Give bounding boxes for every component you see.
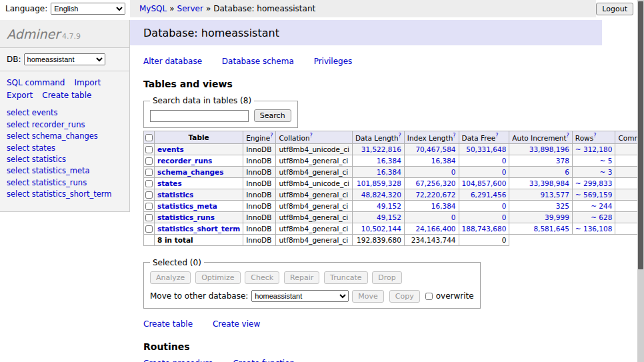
data-length-link[interactable]: 10,502,144 — [361, 225, 401, 233]
analyze-button[interactable]: Analyze — [150, 271, 191, 284]
column-help-link[interactable]: ? — [453, 133, 455, 139]
data-length-link[interactable]: 48,824,320 — [361, 191, 401, 199]
rows-count-link[interactable]: ~ 136,108 — [575, 225, 613, 233]
scrollbar-thumb[interactable] — [638, 1, 643, 269]
truncate-button[interactable]: Truncate — [324, 271, 367, 284]
rows-count-link[interactable]: ~ 569,159 — [575, 191, 613, 199]
sidebar-table-link-statistics-short-term[interactable]: select statistics_short_term — [7, 189, 111, 199]
index-length-link[interactable]: 0 — [451, 168, 456, 176]
auto-increment-link[interactable]: 378 — [556, 157, 569, 165]
index-length-link[interactable]: 16,384 — [431, 202, 456, 210]
data-length-link[interactable]: 16,384 — [377, 157, 401, 165]
column-help-link[interactable]: ? — [310, 133, 313, 139]
privileges-link[interactable]: Privileges — [314, 57, 353, 66]
column-help-link[interactable]: ? — [567, 133, 569, 139]
data-free-link[interactable]: 0 — [502, 202, 507, 210]
table-link[interactable]: events — [157, 145, 184, 153]
search-input[interactable] — [150, 110, 249, 122]
data-length-link[interactable]: 101,859,328 — [357, 179, 401, 187]
create-table-link[interactable]: Create table — [143, 319, 193, 329]
auto-increment-link[interactable]: 913,577 — [540, 191, 569, 199]
rows-count-link[interactable]: ~ 299,833 — [575, 179, 613, 187]
rows-count-link[interactable]: ~ 312,180 — [575, 145, 613, 153]
table-link[interactable]: states — [157, 179, 182, 187]
column-help-link[interactable]: ? — [399, 133, 401, 139]
sql-command-link[interactable]: SQL command — [7, 78, 65, 87]
auto-increment-link[interactable]: 33,898,196 — [529, 145, 569, 153]
index-length-link[interactable]: 16,384 — [431, 157, 456, 165]
repair-button[interactable]: Repair — [284, 271, 319, 284]
data-free-link[interactable]: 104,857,600 — [462, 179, 507, 187]
row-checkbox[interactable] — [145, 157, 153, 165]
data-length-link[interactable]: 49,152 — [377, 213, 401, 221]
logout-button[interactable]: Logout — [596, 3, 633, 15]
data-free-link[interactable]: 0 — [502, 168, 507, 176]
create-function-link[interactable]: Create function — [233, 359, 295, 362]
table-link[interactable]: schema_changes — [157, 168, 224, 176]
create-view-link[interactable]: Create view — [213, 319, 260, 329]
auto-increment-link[interactable]: 39,999 — [545, 213, 569, 221]
index-length-link[interactable]: 70,467,584 — [415, 145, 455, 153]
scrollbar[interactable] — [637, 0, 644, 362]
table-link[interactable]: recorder_runs — [157, 157, 212, 165]
rows-count-link[interactable]: ~ 5 — [600, 157, 613, 165]
create-table-sidebar-link[interactable]: Create table — [42, 91, 91, 100]
sidebar-table-link-statistics-meta[interactable]: select statistics_meta — [7, 166, 90, 175]
table-link[interactable]: statistics_meta — [157, 202, 217, 210]
database-schema-link[interactable]: Database schema — [222, 57, 294, 66]
data-length-link[interactable]: 31,522,816 — [361, 145, 401, 153]
column-help-link[interactable]: ? — [270, 133, 273, 139]
index-length-link[interactable]: 72,220,672 — [415, 191, 455, 199]
breadcrumb-server-link[interactable]: Server — [177, 4, 203, 13]
data-free-link[interactable]: 0 — [502, 157, 507, 165]
move-target-select[interactable]: homeassistant — [251, 290, 349, 302]
sidebar-table-link-statistics[interactable]: select statistics — [7, 155, 66, 164]
select-all-checkbox[interactable] — [145, 134, 153, 141]
data-length-link[interactable]: 49,152 — [377, 202, 401, 210]
auto-increment-link[interactable]: 325 — [556, 202, 569, 210]
column-help-link[interactable]: ? — [593, 133, 596, 139]
data-free-link[interactable]: 188,743,680 — [462, 225, 507, 233]
sidebar-table-link-statistics-runs[interactable]: select statistics_runs — [7, 178, 87, 187]
search-button[interactable]: Search — [254, 109, 291, 122]
auto-increment-link[interactable]: 8,581,645 — [533, 225, 569, 233]
optimize-button[interactable]: Optimize — [195, 271, 240, 284]
breadcrumb-mysql-link[interactable]: MySQL — [139, 4, 167, 13]
data-free-link[interactable]: 0 — [502, 213, 507, 221]
language-select[interactable]: English — [51, 3, 125, 15]
check-button[interactable]: Check — [245, 271, 279, 284]
alter-database-link[interactable]: Alter database — [143, 57, 202, 66]
drop-button[interactable]: Drop — [372, 271, 401, 284]
sidebar-table-link-states[interactable]: select states — [7, 143, 55, 153]
import-link[interactable]: Import — [74, 78, 101, 87]
db-select[interactable]: homeassistant — [24, 53, 105, 65]
table-link[interactable]: statistics_short_term — [157, 225, 240, 233]
index-length-link[interactable]: 24,166,400 — [415, 225, 455, 233]
index-length-link[interactable]: 0 — [451, 213, 456, 221]
auto-increment-link[interactable]: 6 — [565, 168, 569, 176]
data-free-link[interactable]: 6,291,456 — [471, 191, 506, 199]
rows-count-link[interactable]: ~ 3 — [600, 168, 613, 176]
overwrite-checkbox[interactable] — [425, 293, 433, 300]
rows-count-link[interactable]: ~ 244 — [591, 202, 612, 210]
column-help-link[interactable]: ? — [495, 133, 498, 139]
move-button[interactable]: Move — [352, 290, 384, 303]
row-checkbox[interactable] — [145, 203, 153, 210]
create-procedure-link[interactable]: Create procedure — [143, 359, 213, 362]
table-link[interactable]: statistics_runs — [157, 213, 215, 221]
export-link[interactable]: Export — [7, 91, 33, 100]
row-checkbox[interactable] — [145, 191, 153, 199]
sidebar-table-link-events[interactable]: select events — [7, 108, 58, 117]
data-free-link[interactable]: 50,331,648 — [466, 145, 506, 153]
row-checkbox[interactable] — [145, 225, 153, 233]
data-length-link[interactable]: 16,384 — [377, 168, 401, 176]
auto-increment-link[interactable]: 33,398,984 — [529, 179, 569, 187]
rows-count-link[interactable]: ~ 628 — [591, 213, 612, 221]
row-checkbox[interactable] — [145, 180, 153, 187]
index-length-link[interactable]: 67,256,320 — [415, 179, 455, 187]
row-checkbox[interactable] — [145, 146, 153, 153]
copy-button[interactable]: Copy — [389, 290, 420, 303]
table-link[interactable]: statistics — [157, 191, 193, 199]
row-checkbox[interactable] — [145, 214, 153, 221]
row-checkbox[interactable] — [145, 169, 153, 176]
